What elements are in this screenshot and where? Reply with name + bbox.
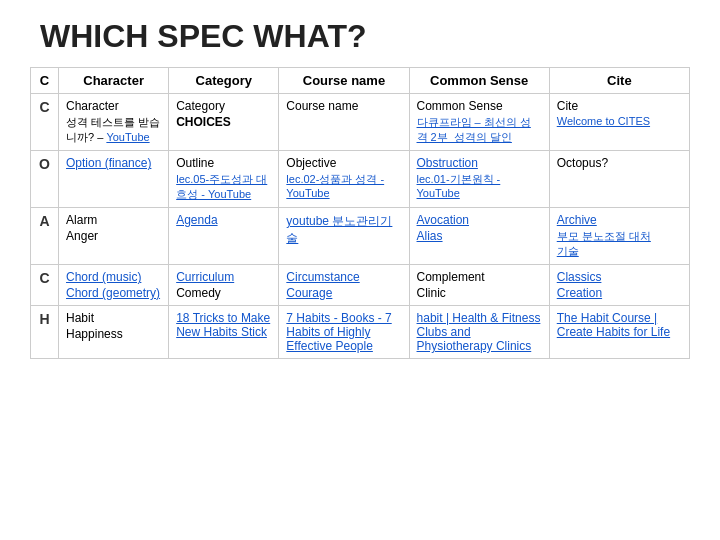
char-link[interactable]: YouTube (106, 131, 149, 143)
cell-character-o: Option (finance) (59, 151, 169, 208)
cat-choices: CHOICES (176, 115, 271, 129)
habit-course-link[interactable]: The Habit Course | Create Habits for Lif… (557, 311, 670, 339)
common-main: Common Sense (417, 99, 542, 113)
cell-character-h: Habit Happiness (59, 306, 169, 359)
seven-habits-link[interactable]: 7 Habits - Books - 7 Habits of Highly Ef… (286, 311, 391, 353)
cell-category-a: Agenda (169, 208, 279, 265)
table-row: H Habit Happiness 18 Tricks to Make New … (31, 306, 690, 359)
cite-main: Cite (557, 99, 682, 113)
main-table: C Character Category Course name Common … (30, 67, 690, 359)
cell-cite-c2: Classics Creation (549, 265, 689, 306)
circumstance-link[interactable]: Circumstance (286, 270, 401, 284)
col-header-commonsense: Common Sense (409, 68, 549, 94)
alarm-text: Alarm (66, 213, 161, 227)
habits-book-link[interactable]: 18 Tricks to Make New Habits Stick (176, 311, 270, 339)
agenda-link[interactable]: Agenda (176, 213, 217, 227)
col-header-character: Character (59, 68, 169, 94)
cell-cite-o: Octopus? (549, 151, 689, 208)
archive-link[interactable]: Archive (557, 213, 682, 227)
cat-main: Category (176, 99, 271, 113)
octopus-text: Octopus? (557, 156, 608, 170)
col-header-course: Course name (279, 68, 409, 94)
obstruction-link[interactable]: Obstruction (417, 156, 542, 170)
outline-main: Outline (176, 156, 271, 170)
clinic-text: Clinic (417, 286, 542, 300)
comedy-text: Comedy (176, 286, 271, 300)
health-link[interactable]: habit | Health & Fitness Clubs and Physi… (417, 311, 541, 353)
table-row: C Character 성격 테스트를 받습니까? – YouTube Cate… (31, 94, 690, 151)
col-header-c: C (31, 68, 59, 94)
cell-course-h: 7 Habits - Books - 7 Habits of Highly Ef… (279, 306, 409, 359)
common-link[interactable]: 다큐프라임 – 최선의 성격 2부_성격의 달인 (417, 115, 542, 145)
archive-sub-link[interactable]: 부모 분노조절 대처기술 (557, 229, 682, 259)
cell-character-c2: Chord (music) Chord (geometry) (59, 265, 169, 306)
row-letter-c1: C (31, 94, 59, 151)
complement-text: Complement (417, 270, 542, 284)
cell-cite-c: Cite Welcome to CITES (549, 94, 689, 151)
cell-common-c2: Complement Clinic (409, 265, 549, 306)
cell-common-a: Avocation Alias (409, 208, 549, 265)
option-link[interactable]: Option (finance) (66, 156, 151, 170)
obj-link[interactable]: lec.02-성품과 성격 - YouTube (286, 172, 401, 199)
avocation-link[interactable]: Avocation (417, 213, 542, 227)
cell-common-o: Obstruction lec.01-기본원칙 - YouTube (409, 151, 549, 208)
row-letter-o: O (31, 151, 59, 208)
cell-cite-a: Archive 부모 분노조절 대처기술 (549, 208, 689, 265)
courage-link[interactable]: Courage (286, 286, 401, 300)
table-row: A Alarm Anger Agenda youtube 분노관리기술 Avoc… (31, 208, 690, 265)
table-row: C Chord (music) Chord (geometry) Curricu… (31, 265, 690, 306)
obstruction-sub-link[interactable]: lec.01-기본원칙 - YouTube (417, 172, 542, 199)
classics-link[interactable]: Classics (557, 270, 682, 284)
cell-character-c: Character 성격 테스트를 받습니까? – YouTube (59, 94, 169, 151)
char-main: Character (66, 99, 161, 113)
row-letter-c2: C (31, 265, 59, 306)
chord-geo-link[interactable]: Chord (geometry) (66, 286, 161, 300)
cell-course-a: youtube 분노관리기술 (279, 208, 409, 265)
table-row: O Option (finance) Outline lec.05-주도성과 대… (31, 151, 690, 208)
cell-course-o: Objective lec.02-성품과 성격 - YouTube (279, 151, 409, 208)
habit-text: Habit (66, 311, 161, 325)
creation-link[interactable]: Creation (557, 286, 682, 300)
cell-course-c2: Circumstance Courage (279, 265, 409, 306)
anger-text: Anger (66, 229, 161, 243)
cell-category-c: Category CHOICES (169, 94, 279, 151)
cite-link[interactable]: Welcome to CITES (557, 115, 682, 127)
row-letter-h: H (31, 306, 59, 359)
outline-link[interactable]: lec.05-주도성과 대 흐성 - YouTube (176, 172, 271, 202)
col-header-category: Category (169, 68, 279, 94)
chord-music-link[interactable]: Chord (music) (66, 270, 161, 284)
cell-common-c: Common Sense 다큐프라임 – 최선의 성격 2부_성격의 달인 (409, 94, 549, 151)
cell-category-h: 18 Tricks to Make New Habits Stick (169, 306, 279, 359)
happiness-text: Happiness (66, 327, 161, 341)
cell-character-a: Alarm Anger (59, 208, 169, 265)
row-letter-a: A (31, 208, 59, 265)
cell-cite-h: The Habit Course | Create Habits for Lif… (549, 306, 689, 359)
col-header-cite: Cite (549, 68, 689, 94)
course-main: Course name (286, 99, 358, 113)
curriculum-link[interactable]: Curriculum (176, 270, 271, 284)
youtube-link[interactable]: youtube 분노관리기술 (286, 214, 392, 245)
cell-common-h: habit | Health & Fitness Clubs and Physi… (409, 306, 549, 359)
alias-link[interactable]: Alias (417, 229, 542, 243)
cell-course-c: Course name (279, 94, 409, 151)
char-sub: 성격 테스트를 받습니까? – YouTube (66, 115, 161, 145)
cell-category-c2: Curriculum Comedy (169, 265, 279, 306)
page-title: WHICH SPEC WHAT? (0, 0, 720, 67)
cell-category-o: Outline lec.05-주도성과 대 흐성 - YouTube (169, 151, 279, 208)
obj-main: Objective (286, 156, 401, 170)
